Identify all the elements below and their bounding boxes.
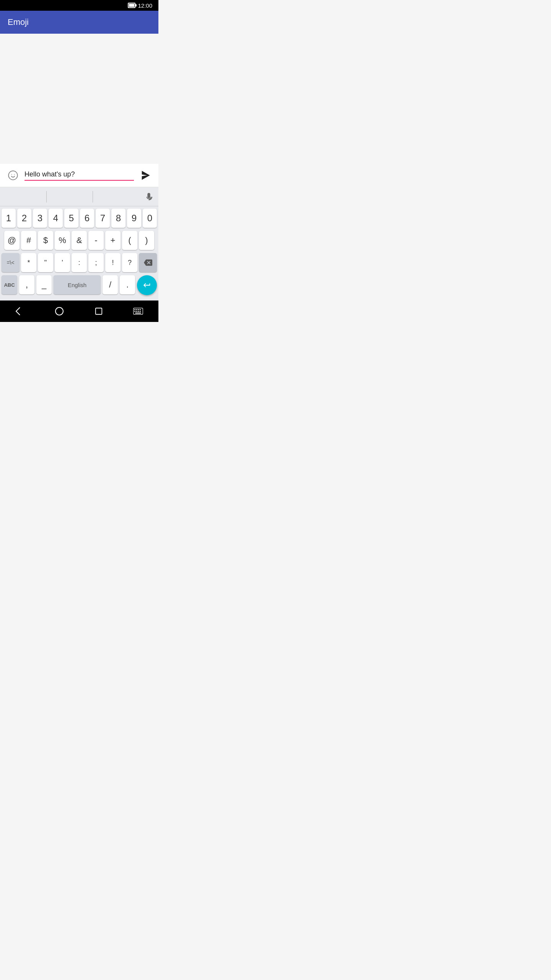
svg-rect-4 xyxy=(96,308,102,315)
app-title: Emoji xyxy=(8,17,29,27)
key-underscore[interactable]: _ xyxy=(36,275,52,294)
bottom-row: ABC , _ English / . xyxy=(2,275,157,295)
svg-point-0 xyxy=(8,171,17,180)
key-at[interactable]: @ xyxy=(4,231,20,250)
key-minus[interactable]: - xyxy=(88,231,104,250)
specials-row: =\< * " ' : ; ! ? xyxy=(2,253,157,272)
status-time: 12:00 xyxy=(138,2,152,9)
svg-rect-11 xyxy=(136,311,137,312)
emoji-button[interactable] xyxy=(6,168,20,182)
key-4[interactable]: 4 xyxy=(49,209,63,228)
svg-rect-13 xyxy=(140,311,141,312)
suggestion-3[interactable] xyxy=(93,187,139,206)
key-6[interactable]: 6 xyxy=(80,209,94,228)
back-button[interactable] xyxy=(9,304,31,319)
key-comma[interactable]: , xyxy=(19,275,34,294)
svg-rect-6 xyxy=(134,309,135,310)
suggestion-bar xyxy=(0,187,158,206)
nav-bar xyxy=(0,301,158,322)
key-0[interactable]: 0 xyxy=(143,209,157,228)
svg-rect-9 xyxy=(140,309,141,310)
svg-rect-8 xyxy=(138,309,139,310)
key-slash[interactable]: / xyxy=(103,275,118,294)
symbol-row: @ # $ % & - + ( ) xyxy=(2,231,157,250)
key-dquote[interactable]: " xyxy=(38,253,53,272)
send-button[interactable] xyxy=(139,168,152,182)
key-percent[interactable]: % xyxy=(55,231,70,250)
keyboard-switch-button[interactable] xyxy=(127,304,149,318)
key-7[interactable]: 7 xyxy=(96,209,110,228)
key-asterisk[interactable]: * xyxy=(21,253,36,272)
app-bar: Emoji xyxy=(0,11,158,34)
language-key[interactable]: English xyxy=(54,275,101,294)
key-plus[interactable]: + xyxy=(105,231,121,250)
key-5[interactable]: 5 xyxy=(64,209,78,228)
enter-key[interactable] xyxy=(137,275,157,295)
input-area xyxy=(0,164,158,187)
key-colon[interactable]: : xyxy=(72,253,87,272)
svg-point-2 xyxy=(14,174,15,175)
key-lparen[interactable]: ( xyxy=(122,231,137,250)
key-1[interactable]: 1 xyxy=(2,209,16,228)
home-button[interactable] xyxy=(49,304,70,319)
key-8[interactable]: 8 xyxy=(111,209,126,228)
key-squote[interactable]: ' xyxy=(55,253,70,272)
suggestion-1[interactable] xyxy=(0,187,46,206)
key-dollar[interactable]: $ xyxy=(38,231,53,250)
message-input[interactable] xyxy=(24,170,134,181)
text-input-wrapper xyxy=(24,170,134,181)
svg-rect-7 xyxy=(136,309,137,310)
svg-rect-12 xyxy=(138,311,139,312)
key-equals-backslash[interactable]: =\< xyxy=(2,253,20,272)
svg-point-1 xyxy=(11,174,12,175)
key-semicolon[interactable]: ; xyxy=(88,253,104,272)
key-hash[interactable]: # xyxy=(21,231,36,250)
recents-button[interactable] xyxy=(88,304,109,318)
key-question[interactable]: ? xyxy=(122,253,137,272)
key-2[interactable]: 2 xyxy=(17,209,31,228)
key-rparen[interactable]: ) xyxy=(139,231,154,250)
svg-point-3 xyxy=(55,307,63,315)
svg-rect-14 xyxy=(135,313,141,314)
key-9[interactable]: 9 xyxy=(127,209,141,228)
key-ampersand[interactable]: & xyxy=(72,231,87,250)
svg-rect-10 xyxy=(134,311,135,312)
mic-button[interactable] xyxy=(139,187,158,206)
abc-key[interactable]: ABC xyxy=(2,275,17,294)
delete-key[interactable] xyxy=(139,253,157,272)
suggestion-2[interactable] xyxy=(47,187,93,206)
status-bar: 12:00 xyxy=(0,0,158,11)
keyboard: 1 2 3 4 5 6 7 8 9 0 @ # $ % & - + ( ) =\… xyxy=(0,206,158,301)
key-period[interactable]: . xyxy=(120,275,135,294)
battery-icon xyxy=(128,3,135,8)
number-row: 1 2 3 4 5 6 7 8 9 0 xyxy=(2,209,157,228)
key-exclaim[interactable]: ! xyxy=(105,253,121,272)
key-3[interactable]: 3 xyxy=(33,209,47,228)
content-area xyxy=(0,34,158,164)
